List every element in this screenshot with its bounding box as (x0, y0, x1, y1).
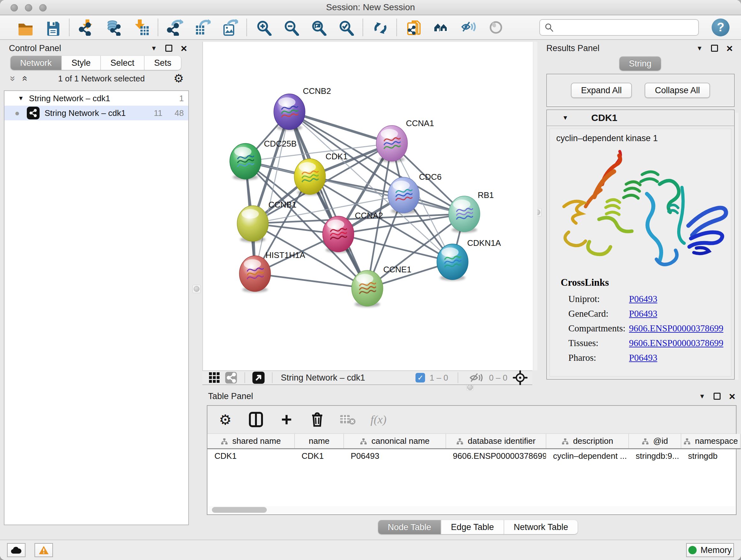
node-label-hist1h1a: HIST1H1A (266, 250, 306, 260)
results-panel-float-icon[interactable] (711, 45, 718, 52)
table-cell[interactable]: P06493 (344, 449, 446, 463)
network-share-view-icon[interactable] (223, 369, 239, 386)
tab-sets[interactable]: Sets (145, 56, 181, 70)
string-query-icon[interactable] (432, 18, 450, 37)
table-cell[interactable]: stringdb (681, 449, 740, 463)
column-header-at-id[interactable]: @id (629, 434, 681, 449)
column-header-description[interactable]: description (546, 434, 629, 449)
create-column-plus-icon[interactable]: + (278, 411, 295, 428)
selected-nodes-checkbox-icon[interactable]: ✓ (415, 373, 425, 382)
import-network-database-icon[interactable] (105, 18, 123, 37)
search-input[interactable] (557, 22, 691, 32)
save-session-icon[interactable] (44, 18, 61, 37)
table-hscrollbar[interactable] (208, 506, 735, 514)
crosslink-link[interactable]: P06493 (629, 294, 657, 304)
network-collection-row[interactable]: ▼ String Network – cdk1 1 (4, 91, 188, 106)
zoom-out-icon[interactable] (282, 18, 300, 37)
import-table-file-icon[interactable] (132, 18, 150, 37)
clone-network-icon[interactable] (405, 18, 422, 37)
show-results-icon[interactable] (487, 18, 505, 37)
tab-network[interactable]: Network (10, 56, 62, 70)
crosslink-row: Pharos:P06493 (568, 350, 731, 365)
warning-status-button[interactable] (35, 543, 53, 557)
fit-selected-crosshair-icon[interactable] (512, 369, 529, 386)
crosslink-link[interactable]: 9606.ENSP00000378699 (629, 323, 724, 333)
node-table[interactable]: shared namenamecanonical namedatabase id… (207, 434, 741, 463)
refresh-view-icon[interactable] (371, 18, 389, 37)
import-network-file-icon[interactable] (77, 18, 95, 37)
delete-column-trash-icon[interactable] (309, 411, 326, 428)
crosslink-link[interactable]: P06493 (629, 353, 657, 363)
protein-expander-icon[interactable]: ▼ (562, 114, 568, 121)
expand-all-networks-icon[interactable]: » (18, 73, 29, 84)
table-panel-close-icon[interactable]: × (729, 393, 735, 400)
column-header-namespace[interactable]: namespace (681, 434, 740, 449)
tab-style[interactable]: Style (62, 56, 101, 70)
tab-node-table[interactable]: Node Table (378, 520, 441, 534)
control-panel-collapse-icon[interactable]: ▼ (151, 45, 157, 52)
hidden-elements-eye-icon[interactable] (468, 369, 484, 386)
app-window: Session: New Session ? Control Panel ▼ (0, 0, 741, 560)
protein-header[interactable]: ▼ CDK1 (547, 110, 734, 126)
control-panel-close-icon[interactable]: × (181, 45, 187, 52)
network-options-gear-icon[interactable]: ⚙ (174, 72, 184, 85)
show-columns-icon[interactable] (248, 411, 264, 428)
crosslink-link[interactable]: 9606.ENSP00000378699 (629, 338, 724, 348)
expand-all-button[interactable]: Expand All (571, 83, 632, 98)
network-current-bullet-icon: ● (15, 108, 20, 118)
collapse-all-button[interactable]: Collapse All (645, 83, 710, 98)
protein-description: cyclin–dependent kinase 1 (550, 129, 731, 143)
table-cell[interactable]: stringdb:9... (629, 449, 681, 463)
column-network-icon (562, 438, 569, 445)
search-box[interactable] (539, 19, 699, 36)
network-canvas[interactable]: CCNB2 CCNA1 CDC25B CDK1 CDC6 RB1 CCNB1 C… (202, 42, 532, 370)
help-button[interactable]: ? (712, 18, 730, 37)
crosslink-label: Tissues: (568, 335, 629, 350)
zoom-selected-icon[interactable] (337, 18, 355, 37)
tab-edge-table[interactable]: Edge Table (441, 520, 504, 534)
results-panel: Results Panel ▼ × String Expand All Coll… (542, 42, 738, 417)
column-header-shared-name[interactable]: shared name (207, 434, 294, 449)
table-panel-float-icon[interactable] (714, 393, 721, 400)
table-panel-collapse-icon[interactable]: ▼ (699, 393, 705, 400)
open-session-icon[interactable] (16, 18, 34, 37)
table-cell[interactable]: CDK1 (207, 449, 294, 463)
table-cell[interactable]: cyclin–dependent ... (546, 449, 629, 463)
table-row[interactable]: CDK1CDK1P064939606.ENSP00000378699cyclin… (207, 449, 740, 463)
tab-select[interactable]: Select (101, 56, 145, 70)
table-settings-gear-icon[interactable]: ⚙ (217, 411, 233, 428)
memory-status-dot-icon (688, 546, 697, 554)
export-image-icon[interactable] (221, 18, 239, 37)
tab-string[interactable]: String (619, 57, 661, 71)
delete-table-icon (340, 411, 356, 428)
network-row[interactable]: ● String Network – cdk1 11 48 (4, 106, 188, 120)
birds-eye-view-icon[interactable] (250, 369, 267, 386)
column-header-name[interactable]: name (294, 434, 344, 449)
grid-view-icon[interactable] (206, 369, 223, 386)
network-graph[interactable]: CCNB2 CCNA1 CDC25B CDK1 CDC6 RB1 CCNB1 C… (203, 42, 533, 370)
control-panel-float-icon[interactable] (165, 45, 172, 52)
table-hscrollbar-thumb[interactable] (212, 507, 267, 513)
table-cell[interactable]: CDK1 (294, 449, 344, 463)
left-splitter-grip[interactable] (192, 285, 201, 293)
results-scrollbar[interactable] (735, 113, 738, 380)
column-header-canonical-name[interactable]: canonical name (344, 434, 446, 449)
results-panel-close-icon[interactable]: × (726, 45, 733, 52)
network-scrollbar[interactable] (533, 42, 537, 370)
collapse-all-networks-icon[interactable]: » (8, 73, 18, 84)
collection-expander-icon[interactable]: ▼ (18, 95, 24, 102)
crosslink-link[interactable]: P06493 (629, 308, 657, 319)
export-table-icon[interactable] (193, 18, 211, 37)
hide-results-icon[interactable] (460, 18, 477, 37)
memory-button[interactable]: Memory (686, 543, 734, 557)
column-header-database-identifier[interactable]: database identifier (446, 434, 546, 449)
table-cell[interactable]: 9606.ENSP00000378699 (446, 449, 546, 463)
zoom-fit-content-icon[interactable] (310, 18, 327, 37)
tab-network-table[interactable]: Network Table (504, 520, 578, 534)
cloud-status-button[interactable] (7, 543, 25, 557)
zoom-in-icon[interactable] (255, 18, 273, 37)
export-network-icon[interactable] (166, 18, 184, 37)
crosslink-label: Uniprot: (568, 292, 629, 306)
control-panel-tabs: NetworkStyleSelectSets (10, 56, 181, 70)
results-panel-collapse-icon[interactable]: ▼ (696, 45, 703, 52)
